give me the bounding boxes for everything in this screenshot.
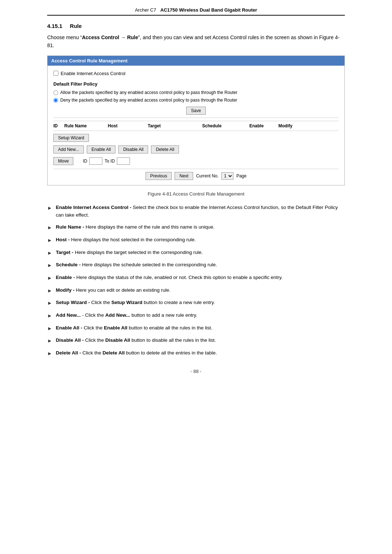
term: Enable Internet Access Control - <box>56 205 131 210</box>
col-header-id: ID <box>53 123 64 128</box>
bullet-arrow: ► <box>47 350 52 358</box>
col-header-host: Host <box>108 123 148 128</box>
header-separator <box>158 7 159 13</box>
inline-bold: Setup Wizard <box>111 300 142 305</box>
bullet-arrow: ► <box>47 312 52 320</box>
list-item: ► Schedule - Here displays the schedule … <box>47 261 345 270</box>
radio-deny-label: Deny the packets specified by any enable… <box>60 97 237 103</box>
radio-deny-row: Deny the packets specified by any enable… <box>53 97 339 103</box>
menu-rule: Rule <box>127 34 138 40</box>
list-item: ► Delete All - Click the Delete All butt… <box>47 349 345 358</box>
move-row: Move ID To ID <box>53 157 339 165</box>
bullet-text: Modify - Here you can edit or delete an … <box>56 287 171 294</box>
delete-all-button[interactable]: Delete All <box>151 145 179 153</box>
term: Enable - <box>56 275 75 280</box>
page-number: - 88 - <box>47 369 345 374</box>
move-button[interactable]: Move <box>53 157 73 165</box>
pagination-row: Previous Next Current No. 1 2 3 Page <box>53 169 339 180</box>
col-header-enable: Enable <box>249 123 278 128</box>
list-item: ► Rule Name - Here displays the name of … <box>47 223 345 232</box>
bullet-text: Enable All - Click the Enable All button… <box>56 324 212 332</box>
action-buttons-row: Add New... Enable All Disable All Delete… <box>53 145 339 153</box>
page-select[interactable]: 1 2 3 <box>221 172 233 180</box>
bullet-text: Disable All - Click the Disable All butt… <box>56 337 216 344</box>
to-id-label: To ID <box>105 159 115 164</box>
term: Schedule - <box>56 262 81 267</box>
previous-button[interactable]: Previous <box>146 172 172 180</box>
inline-bold: Delete All <box>102 350 124 356</box>
menu-access-control: Access Control <box>82 34 119 40</box>
inline-bold: Add New... <box>105 312 130 318</box>
radio-allow-row: Allow the packets specified by any enabl… <box>53 90 339 96</box>
radio-allow-label: Allow the packets specified by any enabl… <box>60 90 237 96</box>
bullet-list: ► Enable Internet Access Control - Selec… <box>47 204 345 357</box>
save-button[interactable]: Save <box>186 107 205 115</box>
term: Enable All - <box>56 325 82 331</box>
bullet-arrow: ► <box>47 204 52 212</box>
enable-label: Enable Internet Access Control <box>61 71 126 76</box>
bullet-text: Rule Name - Here displays the name of th… <box>56 223 215 231</box>
bullet-arrow: ► <box>47 262 52 270</box>
id-label: ID <box>83 159 87 164</box>
table-header-row: ID Rule Name Host Target Schedule Enable… <box>53 121 339 131</box>
panel-header: Access Control Rule Management <box>48 56 344 66</box>
add-new-button[interactable]: Add New... <box>53 145 84 153</box>
setup-wizard-button[interactable]: Setup Wizard <box>53 134 89 142</box>
bullet-arrow: ► <box>47 337 52 345</box>
page-label: Page <box>236 173 246 178</box>
bullet-text: Schedule - Here displays the schedule se… <box>56 261 217 269</box>
section-title: 4.15.1 Rule <box>47 23 345 29</box>
term: Disable All - <box>56 337 84 343</box>
inline-bold: Enable All <box>104 325 127 331</box>
term: Modify - <box>56 287 75 293</box>
col-header-modify: Modify <box>278 123 307 128</box>
disable-all-button[interactable]: Disable All <box>118 145 148 153</box>
list-item: ► Host - Here displays the host selected… <box>47 236 345 245</box>
term: Target - <box>56 250 74 255</box>
term: Host - <box>56 237 70 242</box>
col-header-schedule: Schedule <box>202 123 249 128</box>
bullet-arrow: ► <box>47 274 52 282</box>
list-item: ► Enable All - Click the Enable All butt… <box>47 324 345 333</box>
page-header: Archer C7 AC1750 Wireless Dual Band Giga… <box>47 7 345 16</box>
list-item: ► Target - Here displays the target sele… <box>47 249 345 257</box>
term: Rule Name - <box>56 224 84 230</box>
list-item: ► Disable All - Click the Disable All bu… <box>47 337 345 345</box>
bullet-arrow: ► <box>47 249 52 257</box>
list-item: ► Add New... - Click the Add New... butt… <box>47 312 345 320</box>
bullet-arrow: ► <box>47 224 52 232</box>
intro-paragraph: Choose menu “Access Control → Rule”, and… <box>47 33 345 50</box>
col-header-rule-name: Rule Name <box>64 123 108 128</box>
move-id-input[interactable] <box>89 157 102 165</box>
bullet-text: Target - Here displays the target select… <box>56 249 203 257</box>
setup-wizard-row: Setup Wizard <box>53 134 339 142</box>
list-item: ► Setup Wizard - Click the Setup Wizard … <box>47 299 345 307</box>
next-button[interactable]: Next <box>175 172 193 180</box>
bullet-arrow: ► <box>47 237 52 245</box>
bullet-text: Delete All - Click the Delete All button… <box>56 349 217 357</box>
bullet-text: Host - Here displays the host selected i… <box>56 236 196 244</box>
term: Add New... <box>56 312 81 318</box>
term: Delete All - <box>56 350 81 356</box>
product-name: Archer C7 <box>135 7 156 13</box>
inline-bold: Disable All <box>105 337 130 343</box>
list-item: ► Enable Internet Access Control - Selec… <box>47 204 345 219</box>
bullet-arrow: ► <box>47 287 52 295</box>
figure-caption: Figure 4-81 Access Control Rule Manageme… <box>47 191 345 197</box>
radio-deny[interactable] <box>53 98 58 103</box>
bullet-text: Enable - Here displays the status of the… <box>56 274 283 282</box>
radio-allow[interactable] <box>53 90 58 95</box>
enable-checkbox[interactable] <box>53 71 58 76</box>
product-description: AC1750 Wireless Dual Band Gigabit Router <box>160 7 257 13</box>
col-header-target: Target <box>148 123 202 128</box>
enable-row: Enable Internet Access Control <box>53 71 339 76</box>
divider <box>53 118 339 118</box>
bullet-text: Enable Internet Access Control - Select … <box>56 204 345 219</box>
move-to-id-input[interactable] <box>117 157 130 165</box>
enable-all-button[interactable]: Enable All <box>87 145 115 153</box>
list-item: ► Enable - Here displays the status of t… <box>47 274 345 282</box>
bullet-arrow: ► <box>47 299 52 307</box>
save-row: Save <box>53 107 339 115</box>
list-item: ► Modify - Here you can edit or delete a… <box>47 287 345 295</box>
bullet-arrow: ► <box>47 325 52 333</box>
